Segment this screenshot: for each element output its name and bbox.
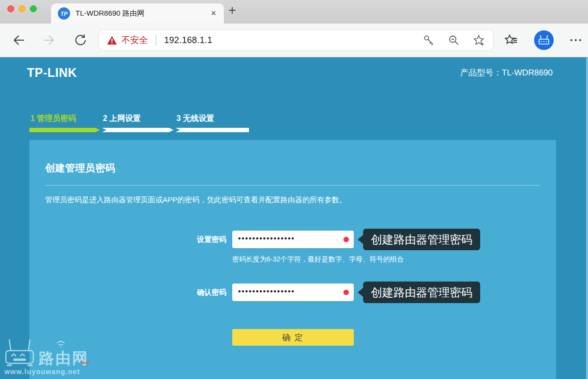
set-password-input[interactable]: •••••••••••••••• [232, 231, 354, 248]
confirm-password-label: 确认密码 [45, 288, 226, 297]
new-tab-button[interactable]: + [228, 3, 236, 18]
confirm-button[interactable]: 确 定 [232, 329, 354, 346]
router-setup-page: TP-LINK 产品型号：TL-WDR8690 1 管理员密码 2 上网设置 3… [0, 57, 588, 379]
step-bar-active [29, 128, 100, 132]
tab-title: TL-WDR8690 路由网 [75, 9, 210, 18]
panel-title: 创建管理员密码 [45, 162, 540, 175]
confirm-password-tooltip: 创建路由器管理密码 [358, 282, 480, 303]
zoom-window-button[interactable] [30, 5, 37, 12]
step-bar [175, 128, 249, 132]
setup-steps: 1 管理员密码 2 上网设置 3 无线设置 [29, 114, 588, 132]
settings-menu-icon[interactable] [570, 39, 581, 41]
add-favorite-star-icon[interactable] [473, 34, 485, 47]
watermark-site-url: www.luyouwang.net [4, 368, 80, 376]
product-model-label: 产品型号：TL-WDR8690 [460, 67, 553, 78]
reload-icon[interactable] [74, 33, 87, 47]
zoom-out-icon[interactable] [448, 34, 460, 46]
watermark-site-name: 路由网 [38, 350, 89, 367]
browser-window: TP TL-WDR8690 路由网 × + [0, 0, 588, 379]
tooltip-arrow [358, 288, 363, 297]
password-hint: 密码长度为6-32个字符，最好是数字、字母、符号的组合 [232, 255, 540, 264]
tplink-logo: TP-LINK [27, 66, 77, 80]
browser-tab[interactable]: TP TL-WDR8690 路由网 × [51, 3, 224, 24]
password-status-dot [343, 237, 349, 242]
tooltip-text: 创建路由器管理密码 [363, 282, 480, 303]
divider [45, 185, 540, 186]
tooltip-text: 创建路由器管理密码 [363, 229, 480, 250]
tooltip-arrow [358, 235, 363, 244]
scrollbar[interactable] [586, 57, 588, 379]
password-key-icon[interactable] [423, 34, 435, 46]
step-admin-password[interactable]: 1 管理员密码 [29, 114, 100, 132]
luyouwang-watermark: 路由网 www.luyouwang.net [2, 336, 100, 378]
security-status-label[interactable]: 不安全 [122, 34, 148, 46]
create-password-panel: 创建管理员密码 管理员密码是进入路由器管理页面或APP的密码，凭此密码可查看并配… [29, 140, 556, 379]
set-password-row: 设置密码 •••••••••••••••• 创建路由器管理密码 [45, 229, 540, 250]
tab-favicon-tp-icon: TP [58, 7, 70, 20]
set-password-tooltip: 创建路由器管理密码 [358, 229, 480, 250]
confirm-password-input[interactable]: •••••••••••••••• [232, 284, 354, 301]
browser-toolbar: 不安全 192.168.1.1 [0, 24, 588, 57]
close-window-button[interactable] [7, 5, 14, 12]
not-secure-warning-icon [107, 36, 117, 45]
forward-icon [42, 33, 56, 47]
step-bar [102, 128, 173, 132]
panel-description: 管理员密码是进入路由器管理页面或APP的密码，凭此密码可查看并配置路由器的所有参… [45, 195, 540, 205]
window-controls [7, 5, 37, 12]
address-separator [156, 34, 156, 46]
url-text[interactable]: 192.168.1.1 [164, 35, 212, 46]
confirm-password-row: 确认密码 •••••••••••••••• 创建路由器管理密码 [45, 282, 540, 303]
minimize-window-button[interactable] [19, 5, 25, 12]
masked-password-value: •••••••••••••••• [238, 287, 295, 295]
password-status-dot [343, 290, 349, 295]
step-wireless-settings[interactable]: 3 无线设置 [175, 114, 249, 132]
close-tab-icon[interactable]: × [210, 8, 217, 19]
back-icon[interactable] [12, 33, 25, 47]
tab-bar: TP TL-WDR8690 路由网 × + [0, 0, 588, 24]
address-bar[interactable]: 不安全 192.168.1.1 [99, 30, 493, 50]
masked-password-value: •••••••••••••••• [238, 235, 295, 242]
set-password-label: 设置密码 [45, 235, 226, 244]
favorites-hub-icon[interactable] [505, 33, 518, 47]
router-extension-icon[interactable] [534, 30, 554, 50]
step-internet-settings[interactable]: 2 上网设置 [102, 114, 173, 132]
page-header: TP-LINK 产品型号：TL-WDR8690 [0, 57, 588, 80]
